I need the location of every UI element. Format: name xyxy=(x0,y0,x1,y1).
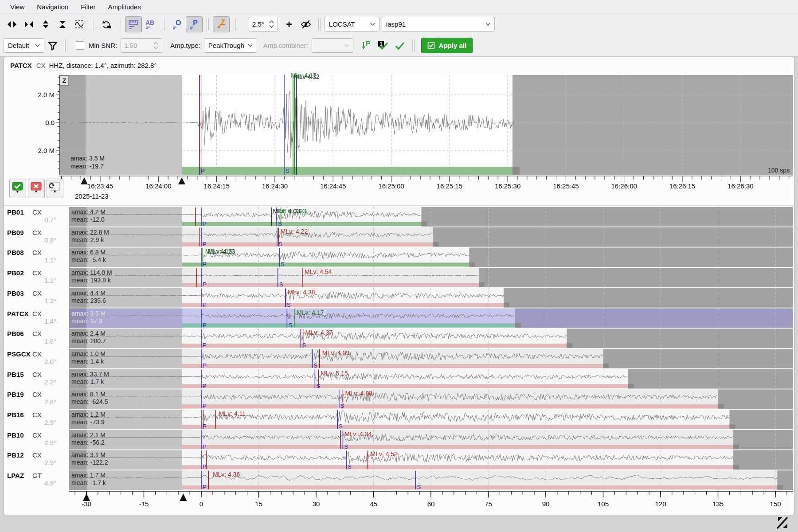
amp-type-label: Amp.type: xyxy=(170,42,200,49)
window-end-handle[interactable] xyxy=(512,167,520,175)
show-ruler-button[interactable] xyxy=(125,16,142,32)
window-end-handle[interactable] xyxy=(733,445,739,449)
hide-traces-button[interactable] xyxy=(297,16,314,32)
add-station-button[interactable]: + xyxy=(281,16,297,32)
station-row-PB01[interactable]: PB01CX0.7°amax: 4.2 Mmean: -12.0PSMLv: 4… xyxy=(7,207,793,227)
filter-profile-select[interactable]: Default xyxy=(4,38,44,53)
amplitude-window-bar[interactable] xyxy=(182,364,603,368)
top-trace-plot[interactable]: PSMLv 4.32MLv 4.17amax: 3.5 Mmean: -19.7… xyxy=(4,57,794,205)
window-end-handle[interactable] xyxy=(433,242,438,246)
axis-tick-label: 120 xyxy=(655,500,666,508)
zoom-step-spinner[interactable]: 2.5° xyxy=(249,17,278,31)
window-handle[interactable] xyxy=(180,493,187,501)
amplitude-window-bar[interactable] xyxy=(182,344,567,348)
window-end-handle[interactable] xyxy=(421,222,427,226)
min-snr-checkbox[interactable] xyxy=(76,41,84,50)
normalize-amplitudes-button[interactable] xyxy=(71,16,88,32)
window-end-handle[interactable] xyxy=(628,384,634,388)
amax-value: amax: 22.8 M xyxy=(71,229,109,236)
station-code: PB08 xyxy=(7,249,24,256)
menu-view[interactable]: View xyxy=(4,2,30,12)
toolbar-separator xyxy=(234,18,236,31)
menu-navigation[interactable]: Navigation xyxy=(31,2,74,12)
window-end-handle[interactable] xyxy=(718,404,724,408)
station-row-PB10[interactable]: PB10CX2.9°amax: 2.1 Mmean: -56.2PSMLv: 4… xyxy=(7,430,793,450)
locator-select[interactable]: LOCSAT xyxy=(325,17,379,31)
vertical-component-button[interactable]: Z xyxy=(213,16,230,32)
station-row-PB16[interactable]: PB16CX2.9°amax: 1.2 Mmean: -73.9PSMLv: 4… xyxy=(7,410,793,430)
window-end-handle[interactable] xyxy=(603,364,609,368)
amplitude-window-bar[interactable] xyxy=(182,324,515,328)
amplitude-window-bar[interactable] xyxy=(182,283,479,287)
time-window-handle[interactable] xyxy=(81,177,88,184)
time-window-handle[interactable] xyxy=(178,177,185,184)
align-horizontal-button[interactable] xyxy=(20,16,37,32)
earth-model-select[interactable]: iasp91 xyxy=(382,17,495,31)
amplitude-window-bar[interactable] xyxy=(182,262,469,266)
time-tick-label: 16:23:45 xyxy=(87,182,113,190)
min-snr-spinner[interactable]: 1.50 xyxy=(121,38,162,53)
station-trace-list[interactable]: PB01CX0.7°amax: 4.2 Mmean: -12.0PSMLv: 4… xyxy=(4,207,794,515)
station-row-PSGCX[interactable]: PSGCXCX2.0°amax: 1.0 Mmean: 1.4 kPSMLv: … xyxy=(7,349,793,369)
station-row-PB06[interactable]: PB06CX1.8°amax: 2.4 Mmean: 200.7PSMLv: 4… xyxy=(7,329,793,348)
station-network: CX xyxy=(32,229,42,236)
reject-amplitude-button[interactable] xyxy=(28,179,45,198)
station-distance: 2.9° xyxy=(44,439,56,446)
apply-all-button[interactable]: Apply all xyxy=(421,38,473,53)
restore-view-button[interactable] xyxy=(98,16,115,32)
panel-divider xyxy=(4,205,794,206)
station-row-PATCX[interactable]: PATCXCX1.4°amax: 3.5 Mmean: 37.9PSMLv: 4… xyxy=(7,309,793,329)
station-row-PB19[interactable]: PB19CX2.8°amax: 8.1 Mmean: -624.5PSMLv: … xyxy=(7,389,793,409)
amplitude-window-bar[interactable] xyxy=(182,222,421,226)
amplitude-window-bar[interactable] xyxy=(182,465,733,469)
window-end-handle[interactable] xyxy=(733,465,739,469)
window-end-handle[interactable] xyxy=(469,262,475,266)
amplitude-window-bar[interactable] xyxy=(182,243,433,246)
svg-text:P: P xyxy=(366,40,370,47)
window-end-handle[interactable] xyxy=(567,343,572,348)
reset-amplitude-button[interactable] xyxy=(47,179,63,198)
amplitude-window-bar[interactable] xyxy=(182,303,504,307)
time-tick-label: 16:25:45 xyxy=(553,182,579,190)
align-origin-button[interactable]: O xyxy=(169,16,186,32)
align-p-button[interactable]: P xyxy=(186,16,203,32)
window-end-handle[interactable] xyxy=(729,424,735,429)
magnitude-label: MLv: 4.52 xyxy=(371,450,398,458)
station-row-PB12[interactable]: PB12CX2.9°amax: 3.1 Mmean: -122.2PSMLv: … xyxy=(7,450,793,470)
window-handle[interactable] xyxy=(83,493,90,501)
filter-button[interactable] xyxy=(44,38,61,54)
window-end-handle[interactable] xyxy=(777,485,783,489)
amplitude-window-bar[interactable] xyxy=(182,425,729,429)
expand-vertical-button[interactable] xyxy=(37,16,54,32)
show-pick-labels-button[interactable]: AB xyxy=(142,16,159,32)
amplitude-window-bar[interactable] xyxy=(182,485,777,489)
amplitude-window-bar[interactable] xyxy=(182,167,516,175)
confirm-one-button[interactable]: 1 xyxy=(375,38,391,54)
station-row-LPAZ[interactable]: LPAZGT4.9°amax: 1.7 Mmean: -1.7 kPSMLv: … xyxy=(7,470,793,490)
amplitude-window-bar[interactable] xyxy=(182,384,628,388)
amplitude-window-bar[interactable] xyxy=(182,445,733,449)
menu-amplitudes[interactable]: Amplitudes xyxy=(102,2,146,12)
s-marker-label: S xyxy=(288,322,292,329)
menu-filter[interactable]: Filter xyxy=(75,2,101,12)
spinner-arrows-icon[interactable] xyxy=(269,20,274,29)
amp-type-select[interactable]: PeakTrough xyxy=(204,38,257,53)
plus-icon: + xyxy=(286,20,292,29)
window-end-handle[interactable] xyxy=(479,282,485,287)
collapse-vertical-button[interactable] xyxy=(54,16,71,32)
confirm-all-button[interactable] xyxy=(391,38,408,54)
pick-amplitude-button[interactable]: P xyxy=(358,38,375,54)
window-end-handle[interactable] xyxy=(504,303,509,307)
station-row-PB08[interactable]: PB08CX1.1°amax: 6.8 Mmean: -5.4 kPSMLv: … xyxy=(7,247,793,267)
window-end-handle[interactable] xyxy=(515,323,521,328)
accept-amplitude-button[interactable] xyxy=(9,179,26,198)
expand-horizontal-button[interactable] xyxy=(4,16,20,32)
station-row-PB02[interactable]: PB02CX1.1°amax: 114.0 Mmean: 193.8 kPSML… xyxy=(7,268,793,288)
station-row-PB03[interactable]: PB03CX1.3°amax: 4.4 Mmean: 235.6PSMLv: 4… xyxy=(7,288,793,308)
amplitude-window-bar[interactable] xyxy=(182,404,718,408)
mean-value: mean: -12.0 xyxy=(71,216,105,223)
size-grip[interactable] xyxy=(775,516,790,531)
station-row-PB09[interactable]: PB09CX0.8°amax: 22.8 Mmean: 2.9 kPSMLv: … xyxy=(7,227,793,247)
station-row-PB15[interactable]: PB15CX2.2°amax: 33.7 Mmean: 1.7 kPSMLv: … xyxy=(7,369,793,389)
time-tick-label: 16:24:30 xyxy=(262,182,288,190)
